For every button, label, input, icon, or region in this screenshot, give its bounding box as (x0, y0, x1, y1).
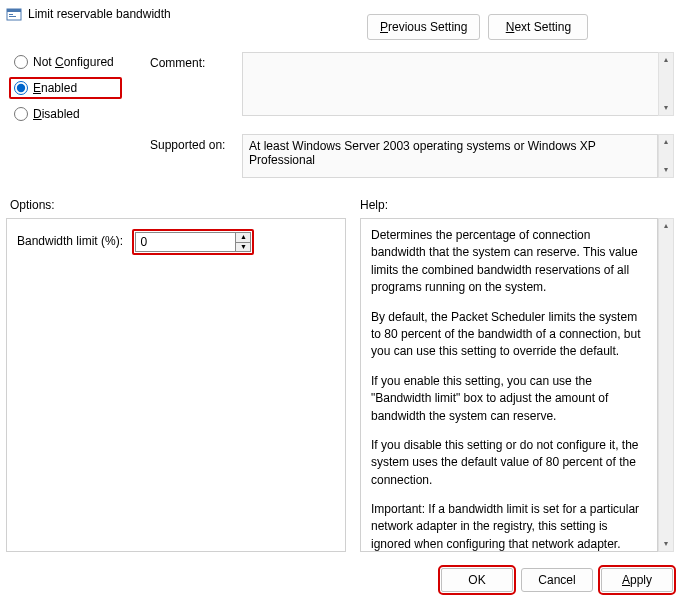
help-paragraph: By default, the Packet Scheduler limits … (371, 309, 647, 361)
scroll-up-icon[interactable]: ▴ (659, 135, 673, 149)
svg-rect-2 (9, 14, 13, 15)
radio-disabled-input[interactable] (14, 107, 28, 121)
radio-enabled-label: Enabled (33, 81, 77, 95)
window-title: Limit reservable bandwidth (28, 7, 171, 21)
options-pane: Bandwidth limit (%): ▲ ▼ (6, 218, 346, 552)
supported-scrollbar[interactable]: ▴ ▾ (658, 134, 674, 178)
cancel-button[interactable]: Cancel (521, 568, 593, 592)
radio-not-configured-label: Not Configured (33, 55, 114, 69)
help-label: Help: (360, 198, 388, 212)
scroll-down-icon[interactable]: ▾ (659, 163, 673, 177)
scroll-down-icon[interactable]: ▾ (659, 537, 673, 551)
supported-on-label: Supported on: (150, 138, 225, 152)
bandwidth-limit-label: Bandwidth limit (%): (17, 234, 123, 248)
help-pane: Determines the percentage of connection … (360, 218, 658, 552)
svg-rect-3 (9, 16, 16, 17)
scroll-up-icon[interactable]: ▴ (659, 219, 673, 233)
radio-not-configured-input[interactable] (14, 55, 28, 69)
ok-button[interactable]: OK (441, 568, 513, 592)
spinner-up-button[interactable]: ▲ (235, 232, 251, 242)
dialog-button-bar: OK Cancel Apply (0, 560, 685, 600)
help-paragraph: Determines the percentage of connection … (371, 227, 647, 297)
help-paragraph: If you enable this setting, you can use … (371, 373, 647, 425)
next-setting-button[interactable]: Next Setting (488, 14, 588, 40)
help-paragraph: If you disable this setting or do not co… (371, 437, 647, 489)
svg-rect-1 (7, 9, 21, 12)
comment-scrollbar[interactable]: ▴ ▾ (658, 52, 674, 116)
radio-disabled[interactable]: Disabled (12, 106, 116, 122)
previous-setting-button[interactable]: Previous Setting (367, 14, 480, 40)
radio-enabled[interactable]: Enabled (12, 80, 116, 96)
state-radio-group: Not Configured Enabled Disabled (12, 54, 116, 122)
radio-not-configured[interactable]: Not Configured (12, 54, 116, 70)
spinner-down-button[interactable]: ▼ (235, 242, 251, 253)
help-scrollbar[interactable]: ▴ ▾ (658, 218, 674, 552)
apply-button[interactable]: Apply (601, 568, 673, 592)
help-paragraph: Important: If a bandwidth limit is set f… (371, 501, 647, 552)
bandwidth-limit-input[interactable] (135, 232, 235, 252)
scroll-up-icon[interactable]: ▴ (659, 53, 673, 67)
radio-disabled-label: Disabled (33, 107, 80, 121)
options-label: Options: (10, 198, 55, 212)
supported-on-text: At least Windows Server 2003 operating s… (242, 134, 658, 178)
scroll-down-icon[interactable]: ▾ (659, 101, 673, 115)
comment-label: Comment: (150, 56, 205, 70)
radio-enabled-input[interactable] (14, 81, 28, 95)
policy-icon (6, 6, 22, 22)
comment-textarea[interactable] (242, 52, 674, 116)
